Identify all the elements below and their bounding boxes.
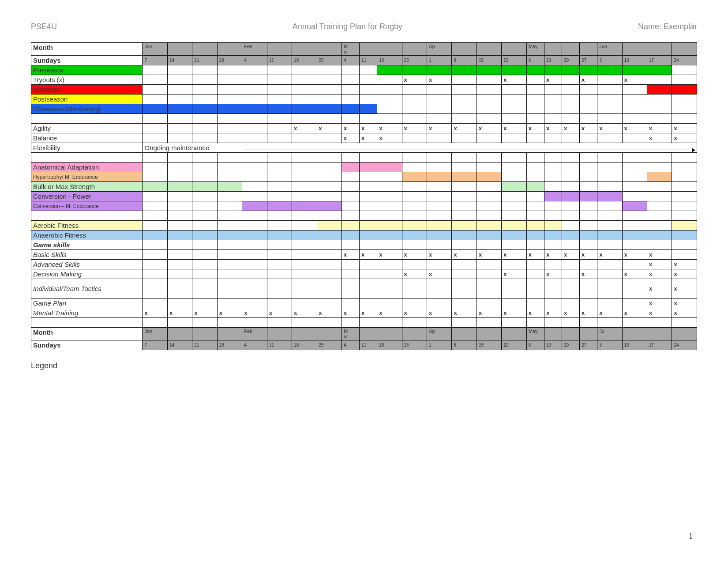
training-plan-table: MonthJanFebMarApMayJunSundays71421284111… — [31, 42, 697, 350]
header-center: Annual Training Plan for Rugby — [293, 22, 402, 31]
row-inseason: Inseason — [31, 85, 697, 94]
legend-label: Legend — [31, 361, 697, 370]
month-row: MonthJanFebMarApMayJu — [31, 328, 697, 340]
row-flexibility: FlexibilityOngoing maintenance — [31, 143, 697, 153]
sunday-row: Sundays714212841118254111825181522613202… — [31, 56, 697, 65]
row-hyper: Hypertrophy/ M. Endurance — [31, 172, 697, 182]
row-anat: Anatomical Adaptation — [31, 162, 697, 172]
row-dec: Decision Makingxxxxxxxx — [31, 269, 697, 279]
row-tryouts: Tryouts (x)xxxxxx — [31, 75, 697, 85]
spacer-row — [31, 153, 697, 162]
row-balance: Balancexxxxx — [31, 133, 697, 143]
doc-header: PSE4U Annual Training Plan for Rugby Nam… — [31, 22, 697, 31]
row-mental: Mental Trainingxxxxxxxxxxxxxxxxxxxxxxxx — [31, 308, 697, 318]
row-label-only: Game skills — [31, 240, 697, 250]
row-itt: Individual/Team Tacticsxx — [31, 279, 697, 299]
spacer-row — [31, 114, 697, 124]
row-convm: Conversion – M. Endurance — [31, 201, 697, 211]
row-anaerobic: Anaerobic Fitness — [31, 230, 697, 240]
row-adv: Advanced Skillsxx — [31, 260, 697, 269]
sunday-row: Sundays714212841118254111825181522613202… — [31, 340, 697, 350]
row-aerobic: Aerobic Fitness — [31, 221, 697, 230]
month-row: MonthJanFebMarApMayJun — [31, 43, 697, 56]
spacer-row — [31, 318, 697, 328]
row-offseason: Offseason (Monitoring) — [31, 104, 697, 114]
row-bulk: Bulk or Max Strength — [31, 182, 697, 192]
row-agility: Agilityxxxxxxxxxxxxxxxxxx — [31, 124, 697, 133]
spacer-row — [31, 211, 697, 221]
header-left: PSE4U — [31, 22, 57, 31]
row-gplan: Game Planxx — [31, 299, 697, 308]
row-basic: Basic Skillsxxxxxxxxxxxxxxx — [31, 250, 697, 260]
row-convp: Conversion - Power — [31, 192, 697, 201]
header-right: Name: Exemplar — [638, 22, 697, 31]
row-postseason: Postseason — [31, 94, 697, 104]
row-preseason: Preseason — [31, 65, 697, 75]
